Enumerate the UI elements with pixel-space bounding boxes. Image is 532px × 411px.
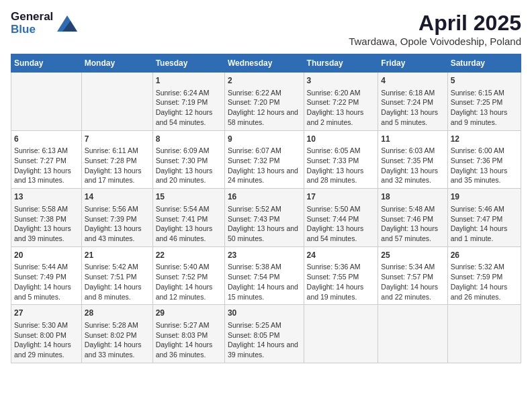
- calendar-cell: 25Sunrise: 5:34 AM Sunset: 7:57 PM Dayli…: [378, 246, 447, 305]
- day-number: 16: [228, 191, 301, 203]
- cell-content: Sunrise: 5:27 AM Sunset: 8:03 PM Dayligh…: [156, 320, 222, 360]
- cell-content: Sunrise: 6:09 AM Sunset: 7:30 PM Dayligh…: [156, 146, 222, 185]
- calendar-cell: 16Sunrise: 5:52 AM Sunset: 7:43 PM Dayli…: [224, 189, 304, 247]
- day-number: 23: [228, 250, 301, 261]
- day-number: 28: [85, 308, 150, 319]
- day-number: 30: [228, 308, 301, 319]
- day-number: 10: [307, 134, 375, 145]
- cell-content: Sunrise: 6:11 AM Sunset: 7:28 PM Dayligh…: [85, 146, 150, 185]
- day-number: 9: [228, 134, 301, 145]
- calendar-cell: 3Sunrise: 6:20 AM Sunset: 7:22 PM Daylig…: [304, 73, 378, 131]
- day-number: 27: [14, 308, 79, 319]
- day-number: 13: [14, 191, 79, 203]
- day-number: 20: [14, 250, 79, 261]
- week-row-4: 20Sunrise: 5:44 AM Sunset: 7:49 PM Dayli…: [11, 246, 521, 305]
- calendar-cell: 14Sunrise: 5:56 AM Sunset: 7:39 PM Dayli…: [81, 189, 152, 247]
- cell-content: Sunrise: 6:24 AM Sunset: 7:19 PM Dayligh…: [156, 88, 222, 128]
- day-header-sunday: Sunday: [11, 54, 82, 73]
- calendar-cell: 4Sunrise: 6:18 AM Sunset: 7:24 PM Daylig…: [378, 73, 447, 131]
- calendar-cell: [447, 305, 521, 363]
- calendar-cell: [81, 73, 152, 131]
- calendar-cell: 9Sunrise: 6:07 AM Sunset: 7:32 PM Daylig…: [224, 130, 304, 189]
- cell-content: Sunrise: 5:25 AM Sunset: 8:05 PM Dayligh…: [228, 320, 301, 360]
- day-number: 25: [381, 250, 444, 261]
- cell-content: Sunrise: 5:48 AM Sunset: 7:46 PM Dayligh…: [381, 204, 444, 244]
- week-row-1: 1Sunrise: 6:24 AM Sunset: 7:19 PM Daylig…: [11, 73, 521, 131]
- calendar-cell: 18Sunrise: 5:48 AM Sunset: 7:46 PM Dayli…: [378, 189, 447, 247]
- main-title: April 2025: [349, 11, 521, 36]
- calendar-cell: [378, 305, 447, 363]
- calendar-cell: 13Sunrise: 5:58 AM Sunset: 7:38 PM Dayli…: [11, 189, 82, 247]
- calendar-cell: 23Sunrise: 5:38 AM Sunset: 7:54 PM Dayli…: [224, 246, 304, 305]
- calendar-cell: 5Sunrise: 6:15 AM Sunset: 7:25 PM Daylig…: [447, 73, 521, 131]
- day-number: 29: [156, 308, 222, 319]
- day-number: 21: [85, 250, 150, 261]
- calendar-cell: 30Sunrise: 5:25 AM Sunset: 8:05 PM Dayli…: [224, 305, 304, 363]
- cell-content: Sunrise: 6:07 AM Sunset: 7:32 PM Dayligh…: [228, 146, 301, 185]
- day-number: 2: [228, 75, 301, 87]
- day-number: 15: [156, 191, 222, 203]
- day-header-thursday: Thursday: [304, 54, 378, 73]
- calendar-cell: 27Sunrise: 5:30 AM Sunset: 8:00 PM Dayli…: [11, 305, 82, 363]
- cell-content: Sunrise: 6:15 AM Sunset: 7:25 PM Dayligh…: [451, 88, 518, 128]
- cell-content: Sunrise: 5:52 AM Sunset: 7:43 PM Dayligh…: [228, 204, 301, 244]
- day-header-tuesday: Tuesday: [152, 54, 224, 73]
- cell-content: Sunrise: 6:05 AM Sunset: 7:33 PM Dayligh…: [307, 146, 375, 185]
- calendar-cell: 8Sunrise: 6:09 AM Sunset: 7:30 PM Daylig…: [152, 130, 224, 189]
- day-number: 19: [451, 191, 518, 203]
- day-number: 11: [381, 134, 444, 145]
- calendar-cell: 29Sunrise: 5:27 AM Sunset: 8:03 PM Dayli…: [152, 305, 224, 363]
- logo-blue-text: Blue: [11, 24, 53, 36]
- cell-content: Sunrise: 5:44 AM Sunset: 7:49 PM Dayligh…: [14, 262, 79, 302]
- calendar-cell: 7Sunrise: 6:11 AM Sunset: 7:28 PM Daylig…: [81, 130, 152, 189]
- calendar-cell: 1Sunrise: 6:24 AM Sunset: 7:19 PM Daylig…: [152, 73, 224, 131]
- cell-content: Sunrise: 5:36 AM Sunset: 7:55 PM Dayligh…: [307, 262, 375, 302]
- day-header-friday: Friday: [378, 54, 447, 73]
- day-number: 24: [307, 250, 375, 261]
- day-number: 22: [156, 250, 222, 261]
- calendar-cell: [11, 73, 82, 131]
- day-number: 18: [381, 191, 444, 203]
- calendar-cell: 24Sunrise: 5:36 AM Sunset: 7:55 PM Dayli…: [304, 246, 378, 305]
- cell-content: Sunrise: 6:22 AM Sunset: 7:20 PM Dayligh…: [228, 88, 301, 128]
- calendar-cell: 17Sunrise: 5:50 AM Sunset: 7:44 PM Dayli…: [304, 189, 378, 247]
- calendar-cell: 2Sunrise: 6:22 AM Sunset: 7:20 PM Daylig…: [224, 73, 304, 131]
- cell-content: Sunrise: 6:00 AM Sunset: 7:36 PM Dayligh…: [451, 146, 518, 185]
- day-number: 6: [14, 134, 79, 145]
- day-header-wednesday: Wednesday: [224, 54, 304, 73]
- calendar-cell: 10Sunrise: 6:05 AM Sunset: 7:33 PM Dayli…: [304, 130, 378, 189]
- day-number: 5: [451, 75, 518, 87]
- cell-content: Sunrise: 5:54 AM Sunset: 7:41 PM Dayligh…: [156, 204, 222, 244]
- day-number: 14: [85, 191, 150, 203]
- header: General Blue April 2025 Twardawa, Opole …: [11, 11, 521, 47]
- cell-content: Sunrise: 6:13 AM Sunset: 7:27 PM Dayligh…: [14, 146, 79, 185]
- cell-content: Sunrise: 5:42 AM Sunset: 7:51 PM Dayligh…: [85, 262, 150, 302]
- calendar-cell: 12Sunrise: 6:00 AM Sunset: 7:36 PM Dayli…: [447, 130, 521, 189]
- day-number: 12: [451, 134, 518, 145]
- cell-content: Sunrise: 5:40 AM Sunset: 7:52 PM Dayligh…: [156, 262, 222, 302]
- cell-content: Sunrise: 5:58 AM Sunset: 7:38 PM Dayligh…: [14, 204, 79, 244]
- cell-content: Sunrise: 5:38 AM Sunset: 7:54 PM Dayligh…: [228, 262, 301, 302]
- calendar-cell: 11Sunrise: 6:03 AM Sunset: 7:35 PM Dayli…: [378, 130, 447, 189]
- calendar-cell: [304, 305, 378, 363]
- calendar-cell: 15Sunrise: 5:54 AM Sunset: 7:41 PM Dayli…: [152, 189, 224, 247]
- calendar-cell: 19Sunrise: 5:46 AM Sunset: 7:47 PM Dayli…: [447, 189, 521, 247]
- day-number: 4: [381, 75, 444, 87]
- cell-content: Sunrise: 6:03 AM Sunset: 7:35 PM Dayligh…: [381, 146, 444, 185]
- day-number: 8: [156, 134, 222, 145]
- day-number: 1: [156, 75, 222, 87]
- logo: General Blue: [11, 11, 77, 36]
- cell-content: Sunrise: 5:56 AM Sunset: 7:39 PM Dayligh…: [85, 204, 150, 244]
- week-row-3: 13Sunrise: 5:58 AM Sunset: 7:38 PM Dayli…: [11, 189, 521, 247]
- logo-general-text: General: [11, 11, 53, 24]
- day-number: 17: [307, 191, 375, 203]
- week-row-2: 6Sunrise: 6:13 AM Sunset: 7:27 PM Daylig…: [11, 130, 521, 189]
- title-area: April 2025 Twardawa, Opole Voivodeship, …: [349, 11, 521, 47]
- calendar-cell: 6Sunrise: 6:13 AM Sunset: 7:27 PM Daylig…: [11, 130, 82, 189]
- week-row-5: 27Sunrise: 5:30 AM Sunset: 8:00 PM Dayli…: [11, 305, 521, 363]
- cell-content: Sunrise: 5:28 AM Sunset: 8:02 PM Dayligh…: [85, 320, 150, 360]
- cell-content: Sunrise: 5:32 AM Sunset: 7:59 PM Dayligh…: [451, 262, 518, 302]
- day-header-monday: Monday: [81, 54, 152, 73]
- calendar-cell: 20Sunrise: 5:44 AM Sunset: 7:49 PM Dayli…: [11, 246, 82, 305]
- calendar-table: SundayMondayTuesdayWednesdayThursdayFrid…: [11, 54, 521, 363]
